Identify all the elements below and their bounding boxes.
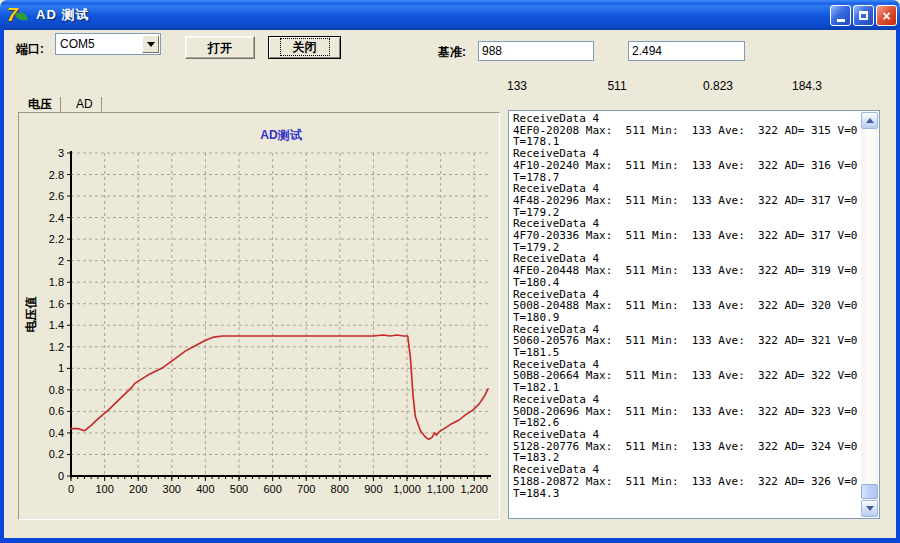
svg-text:1: 1	[58, 362, 64, 374]
port-select-dropdown-button[interactable]	[142, 35, 159, 53]
svg-text:1,000: 1,000	[393, 483, 421, 495]
svg-text:2.4: 2.4	[49, 212, 64, 224]
stat-min-value: 133	[507, 79, 527, 93]
svg-text:2: 2	[58, 255, 64, 267]
log-scrollbar[interactable]	[861, 112, 878, 517]
svg-text:电压值: 电压值	[24, 297, 38, 333]
tab-0[interactable]: 电压	[20, 97, 61, 113]
svg-text:0.6: 0.6	[49, 405, 64, 417]
svg-text:300: 300	[163, 483, 181, 495]
voltage-chart: 01002003004005006007008009001,0001,1001,…	[19, 113, 499, 519]
chevron-down-icon	[866, 506, 874, 511]
svg-text:2.2: 2.2	[49, 233, 64, 245]
port-select[interactable]: COM5	[55, 33, 161, 55]
minimize-icon	[837, 19, 845, 22]
svg-text:3: 3	[58, 147, 64, 159]
scroll-down-button[interactable]	[861, 500, 878, 517]
svg-text:100: 100	[95, 483, 113, 495]
svg-text:0.4: 0.4	[49, 427, 64, 439]
reference-label: 基准:	[438, 44, 466, 61]
svg-text:600: 600	[263, 483, 281, 495]
window-title: AD 测试	[36, 6, 89, 24]
scrollbar-thumb[interactable]	[861, 484, 878, 499]
maximize-icon	[859, 11, 868, 20]
close-port-button-label: 关闭	[280, 38, 330, 56]
svg-text:1.4: 1.4	[49, 319, 64, 331]
svg-text:0: 0	[58, 470, 64, 482]
svg-text:2.6: 2.6	[49, 190, 64, 202]
svg-text:1,100: 1,100	[427, 483, 455, 495]
stat-voltage-value: 0.823	[703, 79, 733, 93]
close-port-button[interactable]: 关闭	[268, 36, 341, 59]
svg-text:0.2: 0.2	[49, 448, 64, 460]
chevron-up-icon	[866, 118, 874, 123]
open-button[interactable]: 打开	[185, 36, 255, 59]
app-window: 7 AD 测试 × 端口: COM5 打开 关闭 基准: 133 511 0.8…	[0, 0, 900, 543]
svg-text:0: 0	[68, 483, 74, 495]
port-label: 端口:	[16, 41, 44, 58]
svg-text:800: 800	[331, 483, 349, 495]
svg-text:AD测试: AD测试	[260, 128, 302, 142]
svg-text:500: 500	[230, 483, 248, 495]
minimize-button[interactable]	[830, 5, 851, 26]
window-border-right	[896, 28, 900, 543]
svg-text:200: 200	[129, 483, 147, 495]
window-border-bottom	[0, 538, 900, 543]
port-select-value: COM5	[56, 37, 142, 51]
svg-text:700: 700	[297, 483, 315, 495]
svg-text:1.8: 1.8	[49, 276, 64, 288]
svg-text:1,200: 1,200	[460, 483, 488, 495]
close-window-button[interactable]: ×	[876, 5, 897, 26]
svg-text:400: 400	[196, 483, 214, 495]
title-bar[interactable]: 7 AD 测试 ×	[0, 0, 900, 30]
scroll-up-button[interactable]	[861, 112, 878, 129]
receive-log-text[interactable]: ReceiveData 4 4EF0-20208 Max: 511 Min: 1…	[513, 113, 859, 516]
svg-text:900: 900	[364, 483, 382, 495]
stat-max-value: 511	[607, 79, 626, 93]
svg-text:1.6: 1.6	[49, 298, 64, 310]
reference-input-2[interactable]	[628, 41, 745, 61]
close-icon: ×	[882, 9, 890, 23]
svg-text:0.8: 0.8	[49, 384, 64, 396]
reference-input-1[interactable]	[478, 41, 594, 61]
chart-panel: 01002003004005006007008009001,0001,1001,…	[18, 112, 500, 520]
window-border-left	[0, 28, 4, 543]
receive-log-panel[interactable]: ReceiveData 4 4EF0-20208 Max: 511 Min: 1…	[508, 110, 880, 519]
app-icon: 7	[7, 4, 29, 26]
stat-temp-value: 184.3	[792, 79, 822, 93]
svg-text:1.2: 1.2	[49, 341, 64, 353]
svg-text:2.8: 2.8	[49, 169, 64, 181]
chevron-down-icon	[147, 42, 155, 47]
tab-1[interactable]: AD	[68, 97, 102, 113]
maximize-button[interactable]	[853, 5, 874, 26]
